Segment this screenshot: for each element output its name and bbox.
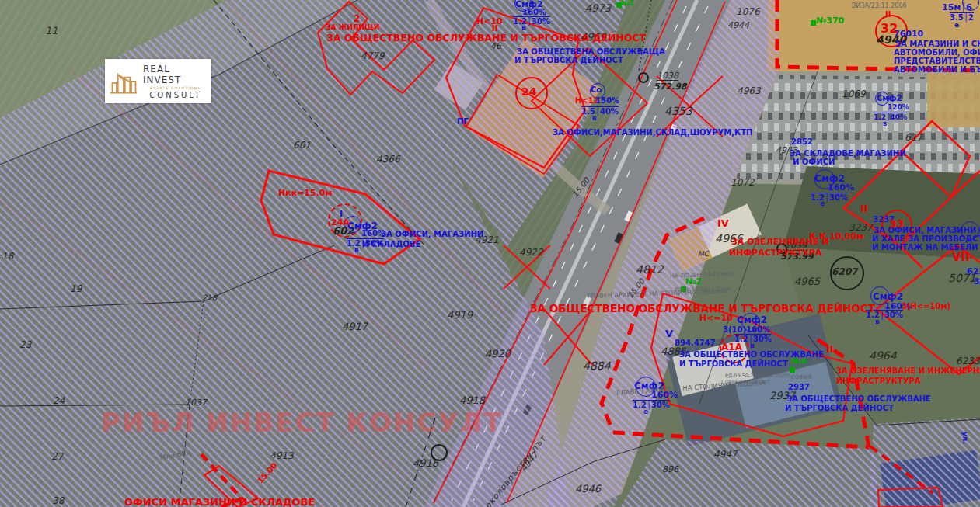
map-label: VII: [952, 252, 970, 263]
map-label: Н<=10: [699, 314, 733, 322]
logo-buildings-icon: [108, 67, 139, 96]
map-label: 1076: [736, 7, 760, 16]
map-label: 4812: [636, 264, 664, 275]
map-label: 4916: [413, 458, 438, 468]
map-label: И ТЪРГОВСКА ДЕЙНОСТ: [679, 360, 788, 368]
map-label: №1: [621, 0, 634, 7]
map-label: №370: [816, 16, 844, 25]
map-label: 572.98: [654, 82, 686, 91]
map-label: 894.4747: [675, 339, 716, 347]
map-label: 4920: [485, 349, 511, 359]
map-label: К.К.10,00м: [809, 232, 863, 241]
map-label: 150%: [595, 97, 619, 105]
map-label: МС: [698, 251, 709, 258]
map-label: И ТЪРГОВСКА ДЕЙНОСТ: [514, 57, 623, 64]
map-label: 601: [293, 141, 311, 150]
map-label: 4973: [585, 3, 611, 13]
map-label: Смф2: [737, 315, 767, 325]
map-label: 4918: [459, 395, 485, 405]
map-label: 4947: [713, 450, 738, 459]
map-label: 4965: [794, 276, 820, 286]
map-label: ул.: [961, 432, 968, 444]
map-label: ЗА ОФИСИ, МАГАЗИНИ: [381, 231, 483, 238]
map-label: Смф2: [873, 292, 903, 301]
map-label: 6233: [956, 356, 980, 366]
map-label: АВТОМОБИЛИ, ОФИСИ: [894, 49, 980, 57]
map-label: Н<10: [476, 17, 503, 26]
map-label: 76010: [894, 30, 923, 38]
map-label: ЗА: [974, 278, 980, 286]
map-label: ЗА ОБЩЕСТВЕНО ОБСЛУЖВАНЕ И ТЪРГОВСКА ДЕЙ…: [326, 33, 646, 43]
map-label: 4919: [447, 310, 473, 320]
map-label: 1072: [731, 178, 755, 187]
map-label: ЗА ОБЩЕСТВЕНА ОБСЛУЖВАЩА: [517, 48, 665, 56]
map-label: околовръстен път: [483, 434, 547, 507]
map-label: 4964: [869, 350, 897, 361]
map-label: 1.2│40%: [874, 113, 907, 121]
map-label: 24: [53, 396, 65, 405]
map-label: АВТОМОБИЛИ И БЪРЗ: [894, 66, 980, 74]
logo-text: REAL INVEST ESTATE SOLUTIONS CONSULT: [143, 64, 208, 99]
map-label: 15.00: [256, 461, 279, 484]
map-label: ИНФРАСТРУКТУРА: [836, 377, 921, 385]
map-label: 27: [51, 452, 63, 461]
map-label: Смф2: [877, 95, 902, 102]
logo-title: REAL INVEST: [143, 64, 208, 85]
map-label: II: [826, 344, 834, 354]
map-label: ЗА МАГАЗИНИ И СКЛАД: [895, 40, 980, 48]
map-label: 18: [2, 252, 13, 261]
map-label: №2: [685, 277, 702, 286]
map-label: №4: [791, 357, 807, 366]
map-label: И ТЪРГОВСКА ДЕЙНОСТ: [785, 405, 894, 412]
map-label: в: [750, 342, 755, 349]
map-label: 4779: [361, 51, 385, 61]
map-label: 1.2│30%: [811, 193, 848, 202]
map-label: 4946: [575, 484, 601, 494]
map-label: ЗА ОФИСИ,МАГАЗИНИ,СКЛАД,ШОУРУМ,КТП: [553, 129, 752, 137]
map-label: е: [643, 408, 648, 415]
map-label: Со: [591, 86, 602, 94]
map-label: 4366: [376, 155, 400, 164]
map-label: 160%: [522, 9, 546, 16]
map-label: в: [883, 121, 887, 127]
map-label: в: [592, 115, 597, 122]
map-canvas[interactable]: 1118192324273821810376014779436660249214…: [0, 0, 980, 507]
map-label: IV: [717, 218, 729, 228]
map-label: РД-09-50-73/14.02.2007г.: [725, 373, 792, 379]
map-label: 6207: [832, 267, 857, 276]
map-label: Мин.60м: [159, 450, 191, 461]
map-label: 15.00: [571, 176, 591, 199]
map-label: 38: [52, 496, 64, 505]
map-label: И ОФИСИ: [793, 158, 835, 166]
map-label: V: [665, 328, 673, 339]
map-label: 4922: [519, 248, 543, 257]
map-label: 15м│6: [942, 3, 972, 12]
map-label: 4963: [737, 86, 761, 95]
map-label: 2852: [791, 138, 813, 146]
map-label: ЗА ЖИЛИЩИ: [326, 24, 380, 31]
map-label: СОФИЯ: [791, 375, 812, 380]
map-label: 1069: [842, 89, 866, 99]
map-label: е: [820, 200, 825, 207]
map-label: ПГ: [457, 118, 469, 126]
map-label: 896: [662, 465, 678, 474]
logo-subtitle: CONSULT: [149, 91, 201, 99]
map-label: ЗА ОБЩЕСТВЕНО ОБСЛУЖВАНЕ И ТЪРГОВСКА ДЕЙ…: [530, 304, 875, 314]
map-label: И ХАЛЕ ЗА ПРОИЗВОДСТВО: [872, 235, 980, 243]
map-label: 4917: [342, 321, 368, 332]
map-label: е: [954, 22, 959, 29]
logo-tagline: ESTATE SOLUTIONS: [150, 86, 201, 90]
map-label: ИНФРАСТРУКТУРА: [729, 248, 822, 257]
map-label: II: [860, 203, 868, 214]
map-label: 3(Н<=10м): [902, 303, 950, 311]
map-label: А1А: [721, 342, 742, 352]
map-label: 4913: [270, 451, 294, 460]
map-label: 32: [881, 23, 898, 35]
map-label: ОФИСИ МАГАЗИНИ И СКЛАДОВЕ: [124, 497, 315, 507]
map-label: 218: [202, 294, 217, 302]
map-label: 1.2│30%: [633, 400, 670, 409]
map-label: 120%: [888, 104, 909, 111]
map-label: Нкк=15.0м: [278, 189, 333, 197]
map-label: в: [521, 24, 526, 31]
map-label: 24А: [331, 218, 350, 227]
